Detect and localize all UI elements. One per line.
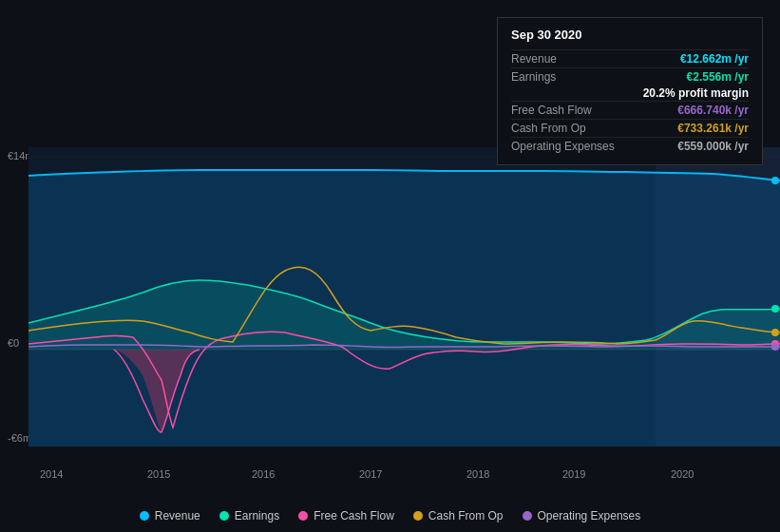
tooltip-profit-value: 20.2% profit margin [643,86,749,100]
tooltip-value-earnings: €2.556m /yr [687,70,749,84]
tooltip-row-revenue: Revenue €12.662m /yr [511,49,749,67]
svg-point-9 [771,343,779,351]
tooltip-value-opex: €559.000k /yr [677,140,749,153]
legend-item-fcf[interactable]: Free Cash Flow [298,509,394,522]
tooltip-value-cashop: €733.261k /yr [677,122,749,135]
tooltip-profit-margin: 20.2% profit margin [511,86,749,101]
legend-label-opex: Operating Expenses [538,509,641,522]
tooltip-row-earnings: Earnings €2.556m /yr [511,67,749,86]
tooltip-value-revenue: €12.662m /yr [680,52,749,66]
tooltip-label-fcf: Free Cash Flow [511,104,611,117]
legend-label-earnings: Earnings [235,509,279,522]
svg-point-5 [771,177,779,184]
svg-point-8 [771,329,779,336]
legend-dot-fcf [298,511,308,521]
tooltip-label-opex: Operating Expenses [511,140,634,153]
tooltip-label-earnings: Earnings [511,70,575,84]
tooltip-row-cashop: Cash From Op €733.261k /yr [511,119,749,137]
legend-dot-revenue [140,511,149,521]
legend-dot-cashop [413,511,423,521]
svg-point-6 [771,305,779,313]
legend-label-fcf: Free Cash Flow [314,509,394,522]
legend-label-revenue: Revenue [155,509,200,522]
legend-dot-opex [523,511,532,521]
tooltip-label-cashop: Cash From Op [511,122,605,135]
tooltip-value-fcf: €666.740k /yr [677,104,749,117]
legend-item-revenue[interactable]: Revenue [140,509,200,522]
tooltip-title: Sep 30 2020 [511,28,749,42]
tooltip-row-fcf: Free Cash Flow €666.740k /yr [511,101,749,119]
tooltip-label-revenue: Revenue [511,52,576,66]
legend-item-opex[interactable]: Operating Expenses [523,509,641,522]
legend-item-cashop[interactable]: Cash From Op [413,509,504,522]
legend-item-earnings[interactable]: Earnings [219,509,279,522]
legend-label-cashop: Cash From Op [428,509,504,522]
chart-legend: Revenue Earnings Free Cash Flow Cash Fro… [0,509,780,522]
tooltip-row-opex: Operating Expenses €559.000k /yr [511,137,749,155]
data-tooltip: Sep 30 2020 Revenue €12.662m /yr Earning… [497,17,763,165]
legend-dot-earnings [219,511,229,521]
